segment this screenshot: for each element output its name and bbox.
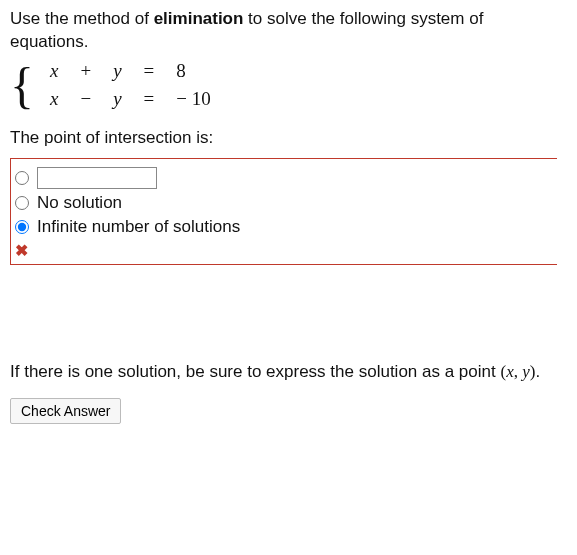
- eq2-x: x: [50, 88, 58, 109]
- eq2-y: y: [113, 88, 121, 109]
- footer-text-a: If there is one solution, be sure to exp…: [10, 362, 500, 381]
- option-no-solution[interactable]: No solution: [15, 191, 555, 215]
- option-free-response[interactable]: [15, 165, 555, 191]
- pair-x: x: [506, 362, 514, 381]
- eq1-op: +: [70, 58, 101, 84]
- footer-note: If there is one solution, be sure to exp…: [10, 360, 547, 384]
- question-lead-strong: elimination: [154, 9, 244, 28]
- check-answer-button[interactable]: Check Answer: [10, 398, 121, 424]
- eq1-x: x: [50, 60, 58, 81]
- equation-row-1: x + y = 8: [40, 58, 221, 84]
- option-infinite[interactable]: Infinite number of solutions: [15, 215, 555, 239]
- left-brace-icon: {: [10, 56, 34, 114]
- eq1-rhs: 8: [166, 58, 220, 84]
- eq2-op: −: [70, 86, 101, 112]
- pair-sep: ,: [514, 362, 523, 381]
- equation-row-2: x − y = − 10: [40, 86, 221, 112]
- wrong-icon: ✖: [15, 239, 555, 260]
- footer-pair: (x, y): [500, 362, 535, 381]
- radio-no-solution[interactable]: [15, 196, 29, 210]
- free-response-input[interactable]: [37, 167, 157, 189]
- equation-system: { x + y = 8 x − y = − 10: [10, 56, 547, 114]
- pair-y: y: [522, 362, 530, 381]
- label-no-solution: No solution: [37, 193, 122, 213]
- eq2-eq: =: [134, 86, 165, 112]
- question-lead-a: Use the method of: [10, 9, 154, 28]
- sub-prompt: The point of intersection is:: [10, 128, 547, 148]
- label-infinite: Infinite number of solutions: [37, 217, 240, 237]
- eq1-y: y: [113, 60, 121, 81]
- eq1-eq: =: [134, 58, 165, 84]
- answer-box: No solution Infinite number of solutions…: [10, 158, 557, 265]
- radio-free[interactable]: [15, 171, 29, 185]
- radio-infinite[interactable]: [15, 220, 29, 234]
- equation-grid: x + y = 8 x − y = − 10: [38, 56, 223, 114]
- footer-period: .: [535, 362, 540, 381]
- question-text: Use the method of elimination to solve t…: [10, 8, 547, 54]
- eq2-rhs: − 10: [166, 86, 220, 112]
